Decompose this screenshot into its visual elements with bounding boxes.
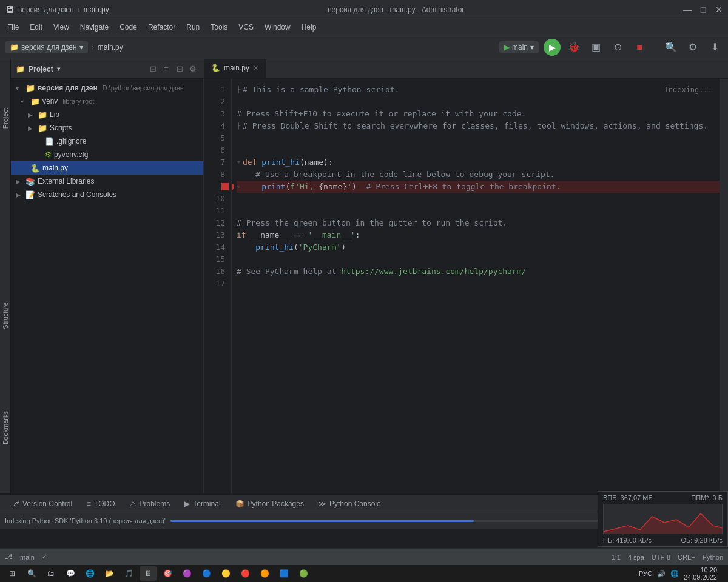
indexing-label: Indexing... <box>664 84 712 96</box>
structure-tab-label[interactable]: Structure <box>2 302 9 329</box>
lang-indicator[interactable]: РУС <box>639 570 652 577</box>
tab-terminal[interactable]: ▶ Terminal <box>178 495 226 512</box>
tab-problems[interactable]: ⚠ Problems <box>124 495 177 512</box>
code-line-7: ▿ def print_hi(name): <box>237 156 720 169</box>
project-tab-label[interactable]: Project <box>2 108 9 129</box>
app-6[interactable]: 🎯 <box>159 566 176 581</box>
taskview-button[interactable]: 🗂 <box>42 566 59 581</box>
bookmarks-tab-label[interactable]: Bookmarks <box>2 411 9 444</box>
tab-bar: 🐍 main.py ✕ <box>204 59 728 79</box>
tree-scripts[interactable]: ▶ 📁 Scripts <box>11 121 203 135</box>
search-taskbar[interactable]: 🔍 <box>23 566 40 581</box>
tab-close-btn[interactable]: ✕ <box>253 64 258 72</box>
expand-all-btn[interactable]: ≡ <box>161 64 172 75</box>
toolbar-right: ▶ main ▾ ▶ 🐞 ▣ ⊙ ■ 🔍 ⚙ ⬇ <box>499 39 723 56</box>
tree-scratches[interactable]: ▶ 📝 Scratches and Consoles <box>11 188 203 201</box>
code-line-1: ├ # This is a sample Python script. <box>237 84 720 96</box>
search-button[interactable]: 🔍 <box>662 39 679 56</box>
packages-icon: 📦 <box>235 500 244 508</box>
app-2[interactable]: 🌐 <box>81 566 98 581</box>
mem-heap-label: ВПБ: 367,07 МБ <box>603 494 653 501</box>
app-12[interactable]: 🟦 <box>275 566 292 581</box>
app-3[interactable]: 📂 <box>101 566 118 581</box>
app-10[interactable]: 🔴 <box>237 566 254 581</box>
terminal-icon: ▶ <box>184 500 190 508</box>
app-4[interactable]: 🎵 <box>120 566 137 581</box>
tree-pyvenv[interactable]: ⚙ pyvenv.cfg <box>11 148 203 161</box>
status-ok-icon: ✓ <box>42 553 47 561</box>
tab-version-control[interactable]: ⎇ Version Control <box>5 495 78 512</box>
menu-refactor[interactable]: Refactor <box>143 22 180 33</box>
tree-venv[interactable]: ▾ 📁 venv library root <box>11 95 203 108</box>
app-9[interactable]: 🟡 <box>217 566 234 581</box>
minimize-button[interactable]: — <box>683 5 692 14</box>
run-config-label: main <box>512 43 528 52</box>
mainpy-label: main.py <box>42 164 68 172</box>
line-num-17: 17 <box>204 278 225 290</box>
profile-button[interactable]: ⊙ <box>609 39 626 56</box>
tree-lib[interactable]: ▶ 📁 Lib <box>11 108 203 121</box>
menu-window[interactable]: Window <box>260 22 295 33</box>
tree-mainpy[interactable]: 🐍 main.py <box>11 161 203 175</box>
code-line-12: # Press the green button in the gutter t… <box>237 217 720 229</box>
code-line-13: if __name__ == '__main__': <box>237 229 720 241</box>
run-config-selector[interactable]: ▶ main ▾ <box>499 41 539 53</box>
lang-label: Python <box>703 554 723 561</box>
mem-perm-label: ППМ*: 0 Б <box>691 494 723 501</box>
project-label: версия для дзен <box>21 43 77 52</box>
code-content[interactable]: ├ # This is a sample Python script. # Pr… <box>232 79 720 493</box>
start-button[interactable]: ⊞ <box>4 566 21 581</box>
app-13[interactable]: 🟢 <box>295 566 312 581</box>
title-arrow: ▾ <box>57 65 60 72</box>
code-line-11 <box>237 205 720 217</box>
app-1[interactable]: 💬 <box>62 566 79 581</box>
update-button[interactable]: ⬇ <box>706 39 723 56</box>
code-line-10 <box>237 193 720 205</box>
line-col: 1:1 <box>612 554 621 561</box>
title-bar-right: — □ ✕ <box>683 5 723 14</box>
maximize-button[interactable]: □ <box>699 5 707 14</box>
app-7[interactable]: 🟣 <box>178 566 195 581</box>
scrollbar[interactable] <box>720 79 728 493</box>
menu-help[interactable]: Help <box>297 22 322 33</box>
coverage-button[interactable]: ▣ <box>587 39 604 56</box>
toolbar: 📁 версия для дзен ▾ › main.py ▶ main ▾ ▶… <box>0 35 728 59</box>
tab-python-console[interactable]: ≫ Python Console <box>312 495 387 512</box>
collapse-all-btn[interactable]: ⊟ <box>147 64 158 75</box>
project-dropdown[interactable]: 📁 версия для дзен ▾ <box>5 41 88 53</box>
tree-root[interactable]: ▾ 📁 версия для дзен D:\python\версия для… <box>11 81 203 95</box>
close-button[interactable]: ✕ <box>715 5 723 14</box>
tree-gitignore[interactable]: 📄 .gitignore <box>11 135 203 148</box>
menu-file[interactable]: File <box>2 22 24 33</box>
menu-code[interactable]: Code <box>115 22 142 33</box>
settings-panel-btn[interactable]: ⚙ <box>187 64 198 75</box>
volume-icon: 🔊 <box>657 570 666 578</box>
app-5[interactable]: 🖥 <box>140 566 157 581</box>
app-8[interactable]: 🔵 <box>198 566 215 581</box>
menu-view[interactable]: View <box>49 22 74 33</box>
filter-btn[interactable]: ⊞ <box>174 64 185 75</box>
settings-button[interactable]: ⚙ <box>684 39 701 56</box>
menu-navigate[interactable]: Navigate <box>75 22 113 33</box>
file-label: main.py <box>98 43 123 52</box>
tab-todo[interactable]: ≡ TODO <box>81 495 121 512</box>
encoding-label: UTF-8 <box>652 554 670 561</box>
memory-panel: ВПБ: 367,07 МБ ППМ*: 0 Б ПБ: 419,60 КБ/с… <box>598 491 728 547</box>
editor-area: 🐍 main.py ✕ 1 2 3 4 5 6 7 8 9 10 1 <box>204 59 728 493</box>
menu-edit[interactable]: Edit <box>25 22 47 33</box>
debug-button[interactable]: 🐞 <box>565 39 582 56</box>
svg-marker-0 <box>604 513 723 534</box>
code-line-9: ▿ print(f'Hi, {name}') # Press Ctrl+F8 t… <box>237 181 720 193</box>
app-11[interactable]: 🟠 <box>256 566 273 581</box>
tab-python-packages[interactable]: 📦 Python Packages <box>229 495 310 512</box>
menu-run[interactable]: Run <box>181 22 204 33</box>
stop-button[interactable]: ■ <box>631 39 648 56</box>
menu-vcs[interactable]: VCS <box>234 22 258 33</box>
menu-tools[interactable]: Tools <box>206 22 232 33</box>
run-button[interactable]: ▶ <box>544 39 561 56</box>
lib-label: Lib <box>50 110 59 119</box>
tree-external-libs[interactable]: ▶ 📚 External Libraries <box>11 175 203 188</box>
status-left: ⎇ main ✓ <box>5 553 47 561</box>
line-num-16: 16 <box>204 266 225 278</box>
tab-mainpy[interactable]: 🐍 main.py ✕ <box>204 59 266 78</box>
